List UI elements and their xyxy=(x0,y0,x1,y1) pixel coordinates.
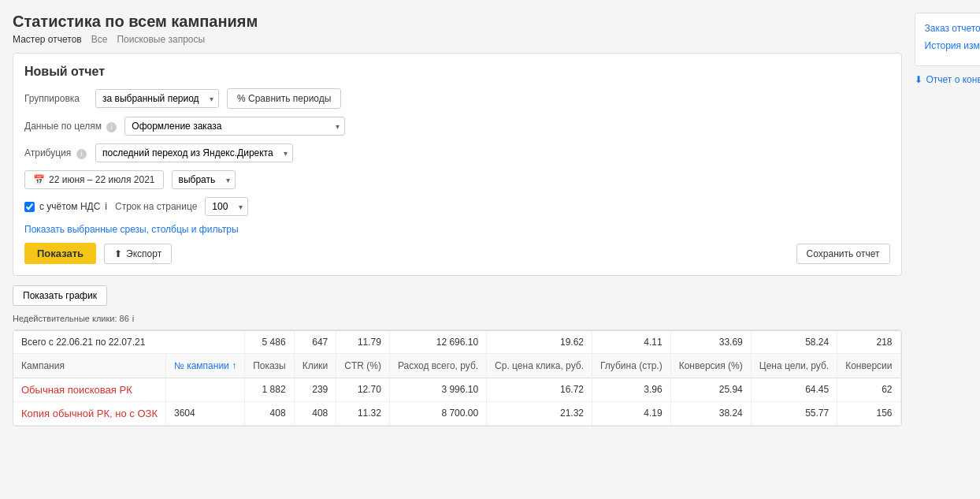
export-icon: ⬆ xyxy=(114,248,122,259)
row1-clicks: 239 xyxy=(294,378,336,401)
row1-ctr: 12.70 xyxy=(336,378,390,401)
download-icon: ⬇ xyxy=(915,74,922,85)
calendar-icon: 📅 xyxy=(33,174,45,185)
sidebar: Заказ отчетов История изменений? ⬇ Отчет… xyxy=(915,13,981,426)
total-conversion-pct: 33.69 xyxy=(670,330,751,353)
row1-impressions: 1 882 xyxy=(245,378,294,401)
col-conversions: Конверсии xyxy=(837,353,900,378)
table-row: Копия обычной РК, но с ОЗК 3604 408 408 … xyxy=(13,401,900,425)
choose-select-wrapper: выбрать xyxy=(172,170,236,189)
row1-campaign[interactable]: Обычная поисковая РК xyxy=(13,378,165,401)
row1-spend: 3 996.10 xyxy=(389,378,486,401)
table-row: Обычная поисковая РК 1 882 239 12.70 3 9… xyxy=(13,378,900,401)
row2-campaign[interactable]: Копия обычной РК, но с ОЗК xyxy=(13,401,165,425)
change-history-link[interactable]: История изменений? xyxy=(925,39,981,51)
export-button[interactable]: ⬆ Экспорт xyxy=(104,244,172,264)
row2-avg-cpc: 21.32 xyxy=(487,401,592,425)
col-spend: Расход всего, руб. xyxy=(389,353,486,378)
action-buttons-row: Показать ⬆ Экспорт Сохранить отчет xyxy=(24,243,890,264)
row1-number xyxy=(165,378,244,401)
col-impressions: Показы xyxy=(245,353,294,378)
total-avg-cpc: 19.62 xyxy=(487,330,592,353)
total-period: Всего с 22.06.21 по 22.07.21 xyxy=(13,330,245,353)
col-ctr: CTR (%) xyxy=(336,353,390,378)
goals-row: Данные по целям i Оформление заказа xyxy=(24,117,890,136)
vat-checkbox[interactable] xyxy=(24,202,35,212)
filters-link-row: Показать выбранные срезы, столбцы и филь… xyxy=(24,224,890,235)
show-button[interactable]: Показать xyxy=(24,243,96,264)
row2-depth: 4.19 xyxy=(592,401,671,425)
total-impressions: 5 486 xyxy=(245,330,294,353)
col-goal-price: Цена цели, руб. xyxy=(751,353,837,378)
vat-info-icon: i xyxy=(105,201,107,212)
rows-per-page-select[interactable]: 100 50 200 xyxy=(205,197,248,216)
col-campaign-number[interactable]: № кампании ↑ xyxy=(165,353,244,378)
date-range-text: 22 июня – 22 июля 2021 xyxy=(49,174,155,185)
stats-table: Всего с 22.06.21 по 22.07.21 5 486 647 1… xyxy=(13,330,901,426)
col-avg-cpc: Ср. цена клика, руб. xyxy=(487,353,592,378)
row2-clicks: 408 xyxy=(294,401,336,425)
attribution-row: Атрибуция i последний переход из Яндекс.… xyxy=(24,143,890,162)
total-clicks: 647 xyxy=(294,330,336,353)
row2-conversions: 156 xyxy=(837,401,900,425)
grouping-select-wrapper: за выбранный период xyxy=(95,89,219,108)
col-depth: Глубина (стр.) xyxy=(592,353,671,378)
total-row: Всего с 22.06.21 по 22.07.21 5 486 647 1… xyxy=(13,330,900,353)
attribution-info-icon: i xyxy=(76,149,87,159)
col-conversion-pct: Конверсия (%) xyxy=(670,353,751,378)
grouping-select[interactable]: за выбранный период xyxy=(95,89,219,108)
total-ctr: 11.79 xyxy=(336,330,390,353)
vat-row: с учётом НДС i Строк на странице 100 50 … xyxy=(24,197,890,216)
show-filters-link[interactable]: Показать выбранные срезы, столбцы и филь… xyxy=(24,224,239,235)
choose-select[interactable]: выбрать xyxy=(172,170,236,189)
rows-per-page-label: Строк на странице xyxy=(115,201,197,212)
table-body: Обычная поисковая РК 1 882 239 12.70 3 9… xyxy=(13,378,900,425)
goals-select-wrapper: Оформление заказа xyxy=(124,117,345,136)
invalid-clicks-info: Недействительные клики: 86 i xyxy=(13,314,902,323)
report-form-card: Новый отчет Группировка за выбранный пер… xyxy=(13,53,902,276)
download-conversions-link[interactable]: ⬇ Отчет о конверсиях (.csv) xyxy=(915,74,981,85)
goals-label: Данные по целям i xyxy=(24,121,117,132)
total-conversions: 218 xyxy=(837,330,900,353)
rows-select-wrapper: 100 50 200 xyxy=(205,197,248,216)
col-clicks: Клики xyxy=(294,353,336,378)
tab-search-queries[interactable]: Поисковые запросы xyxy=(117,34,205,45)
date-range-button[interactable]: 📅 22 июня – 22 июля 2021 xyxy=(24,170,164,189)
row2-spend: 8 700.00 xyxy=(389,401,486,425)
sidebar-links-card: Заказ отчетов История изменений? xyxy=(915,13,981,66)
row1-avg-cpc: 16.72 xyxy=(487,378,592,401)
row2-ctr: 11.32 xyxy=(336,401,390,425)
show-graph-button[interactable]: Показать график xyxy=(13,285,107,306)
row2-conversion-pct: 38.24 xyxy=(670,401,751,425)
total-goal-price: 58.24 xyxy=(751,330,837,353)
page-title: Статистика по всем кампаниям xyxy=(13,13,902,31)
stats-table-container: Всего с 22.06.21 по 22.07.21 5 486 647 1… xyxy=(13,330,902,426)
compare-periods-button[interactable]: % Сравнить периоды xyxy=(227,88,341,109)
order-reports-link[interactable]: Заказ отчетов xyxy=(925,23,981,34)
total-depth: 4.11 xyxy=(592,330,671,353)
attribution-label: Атрибуция i xyxy=(24,147,87,159)
attribution-select[interactable]: последний переход из Яндекс.Директа xyxy=(95,143,293,162)
tabs-bar: Мастер отчетов Все Поисковые запросы xyxy=(13,34,902,45)
row2-impressions: 408 xyxy=(245,401,294,425)
grouping-row: Группировка за выбранный период % Сравни… xyxy=(24,88,890,109)
row1-depth: 3.96 xyxy=(592,378,671,401)
col-campaign: Кампания xyxy=(13,353,165,378)
row2-number: 3604 xyxy=(165,401,244,425)
vat-checkbox-group: с учётом НДС i xyxy=(24,201,107,212)
save-report-button[interactable]: Сохранить отчет xyxy=(796,244,890,264)
column-header-row: Кампания № кампании ↑ Показы Клики CTR (… xyxy=(13,353,900,378)
tab-master-reports[interactable]: Мастер отчетов xyxy=(13,34,82,45)
date-row: 📅 22 июня – 22 июля 2021 выбрать xyxy=(24,170,890,189)
attribution-select-wrapper: последний переход из Яндекс.Директа xyxy=(95,143,293,162)
row1-conversion-pct: 25.94 xyxy=(670,378,751,401)
vat-label: с учётом НДС xyxy=(39,201,100,212)
goals-select[interactable]: Оформление заказа xyxy=(124,117,345,136)
row1-conversions: 62 xyxy=(837,378,900,401)
report-form-title: Новый отчет xyxy=(24,65,890,79)
grouping-label: Группировка xyxy=(24,93,87,104)
row1-goal-price: 64.45 xyxy=(751,378,837,401)
tab-all[interactable]: Все xyxy=(91,34,108,45)
total-spend: 12 696.10 xyxy=(389,330,486,353)
invalid-clicks-info-icon: i xyxy=(132,314,134,323)
